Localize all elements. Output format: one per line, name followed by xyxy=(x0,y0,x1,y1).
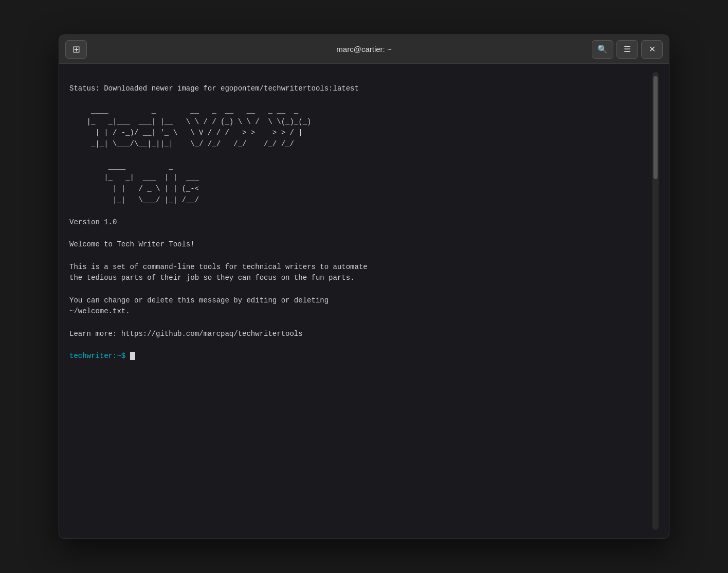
title-bar-right: 🔍 ☰ ✕ xyxy=(592,40,663,59)
close-button[interactable]: ✕ xyxy=(641,40,663,59)
menu-icon: ☰ xyxy=(624,44,631,54)
new-tab-icon: ⊞ xyxy=(72,44,80,55)
version-line: Version 1.0 xyxy=(69,218,117,226)
scrollbar-track[interactable] xyxy=(652,72,659,530)
terminal-body[interactable]: Status: Downloaded newer image for egopo… xyxy=(59,64,669,538)
new-tab-button[interactable]: ⊞ xyxy=(65,40,87,59)
ascii-art: ____ _ __ _ __ __ _ __ _ |_ _|___ ___| |… xyxy=(69,106,311,204)
description: This is a set of command-line tools for … xyxy=(69,263,368,282)
cursor xyxy=(130,352,135,360)
welcome-header: Welcome to Tech Writer Tools! xyxy=(69,240,195,248)
window-title: marc@cartier: ~ xyxy=(336,45,391,53)
learn-more: Learn more: https://github.com/marcpaq/t… xyxy=(69,330,303,338)
edit-info: You can change or delete this message by… xyxy=(69,296,329,316)
search-icon: 🔍 xyxy=(597,44,608,54)
scrollbar-thumb[interactable] xyxy=(653,76,658,179)
close-icon: ✕ xyxy=(649,44,656,54)
prompt-line: techwriter:~$ xyxy=(69,352,135,360)
title-bar-left: ⊞ xyxy=(65,40,87,59)
prompt-user: techwriter:~$ xyxy=(69,352,125,360)
terminal-window: ⊞ marc@cartier: ~ 🔍 ☰ ✕ Status: Download… xyxy=(59,34,669,539)
status-line: Status: Downloaded newer image for egopo… xyxy=(69,84,359,93)
search-button[interactable]: 🔍 xyxy=(592,40,613,59)
title-bar: ⊞ marc@cartier: ~ 🔍 ☰ ✕ xyxy=(59,35,669,64)
menu-button[interactable]: ☰ xyxy=(616,40,638,59)
terminal-content: Status: Downloaded newer image for egopo… xyxy=(69,72,652,530)
